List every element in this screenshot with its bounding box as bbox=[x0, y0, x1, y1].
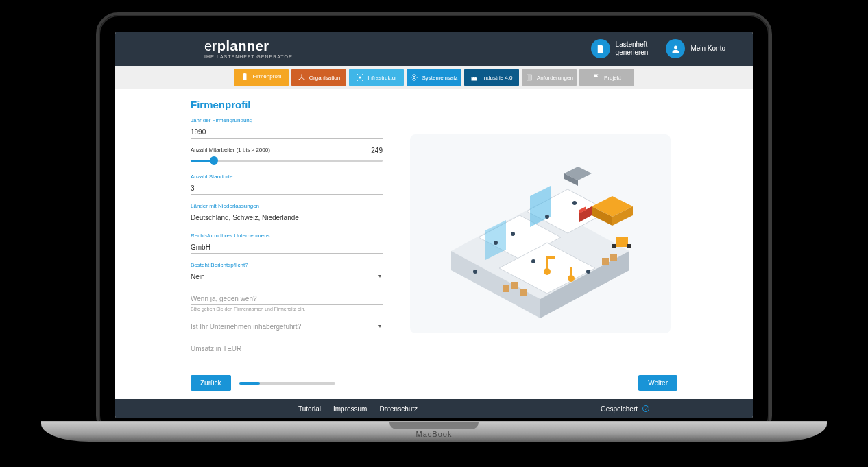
select-berichtspflicht[interactable] bbox=[191, 271, 383, 283]
factory-icon bbox=[470, 73, 479, 82]
mitarbeiter-slider[interactable] bbox=[191, 156, 383, 165]
svg-rect-23 bbox=[616, 237, 628, 247]
firmenprofil-form: Firmenprofil Jahr der Firmengründung Anz… bbox=[191, 99, 383, 368]
tab-systemeinsatz[interactable]: Systemeinsatz bbox=[407, 69, 461, 86]
network-icon bbox=[356, 73, 364, 82]
label-standorte: Anzahl Standorte bbox=[191, 173, 383, 180]
app-footer: Tutorial Impressum Datenschutz Gespeiche… bbox=[115, 399, 753, 418]
svg-rect-33 bbox=[520, 289, 527, 296]
wizard-tabs: Firmenprofil Organisation Infrastruktur … bbox=[115, 66, 753, 89]
svg-point-9 bbox=[413, 77, 415, 79]
svg-rect-24 bbox=[612, 244, 616, 248]
svg-rect-31 bbox=[503, 285, 509, 292]
label-rechtsform: Rechtsform Ihres Unternehmens bbox=[191, 232, 383, 239]
document-icon bbox=[591, 39, 610, 58]
svg-point-44 bbox=[586, 270, 590, 274]
svg-point-5 bbox=[357, 74, 358, 75]
generate-line2: generieren bbox=[616, 49, 649, 56]
org-icon bbox=[298, 73, 306, 82]
label-berichtspflicht: Besteht Berichtspflicht? bbox=[191, 262, 383, 268]
save-status: Gespeichert bbox=[601, 405, 650, 413]
footer-link-impressum[interactable]: Impressum bbox=[333, 405, 367, 413]
back-button[interactable]: Zurück bbox=[191, 375, 231, 391]
footer-link-tutorial[interactable]: Tutorial bbox=[298, 405, 321, 413]
brand-logo: erplanner IHR LASTENHEFT GENERATOR bbox=[204, 39, 293, 59]
account-label: Mein Konto bbox=[690, 45, 725, 53]
input-gruendung[interactable] bbox=[191, 126, 383, 139]
input-umsatz[interactable] bbox=[191, 343, 383, 355]
input-gegenwen[interactable] bbox=[191, 293, 383, 305]
tab-firmenprofil[interactable]: Firmenprofil bbox=[234, 69, 289, 86]
tab-organisation[interactable]: Organisation bbox=[291, 69, 346, 86]
svg-point-1 bbox=[301, 75, 302, 76]
svg-rect-28 bbox=[546, 256, 555, 259]
svg-point-40 bbox=[545, 215, 549, 219]
brand-tagline: IHR LASTENHEFT GENERATOR bbox=[204, 54, 293, 59]
page-title: Firmenprofil bbox=[191, 99, 383, 110]
svg-point-7 bbox=[357, 80, 358, 81]
footer-link-datenschutz[interactable]: Datenschutz bbox=[379, 405, 418, 413]
svg-rect-25 bbox=[627, 244, 631, 248]
select-inhaber[interactable] bbox=[191, 321, 383, 333]
svg-point-6 bbox=[362, 74, 363, 75]
label-laender: Länder mit Niederlassungen bbox=[191, 203, 383, 209]
svg-rect-34 bbox=[602, 258, 609, 265]
svg-rect-30 bbox=[570, 267, 572, 278]
brand-bold: planner bbox=[217, 38, 269, 53]
label-gruendung: Jahr der Firmengründung bbox=[191, 117, 383, 123]
svg-point-42 bbox=[473, 270, 477, 274]
input-laender[interactable] bbox=[191, 212, 383, 224]
svg-point-38 bbox=[494, 241, 498, 245]
brand-prefix: er bbox=[204, 38, 217, 53]
tab-projekt[interactable]: Projekt bbox=[579, 69, 634, 86]
list-icon bbox=[525, 73, 533, 82]
generate-lastenheft-button[interactable]: Lastenheft generieren bbox=[591, 39, 649, 58]
svg-point-41 bbox=[572, 201, 577, 205]
svg-point-39 bbox=[511, 232, 515, 236]
svg-rect-32 bbox=[511, 282, 518, 289]
tab-infrastruktur[interactable]: Infrastruktur bbox=[349, 69, 404, 86]
helper-gegenwen: Bitte geben Sie den Firmennamen und Firm… bbox=[191, 307, 383, 311]
input-standorte[interactable] bbox=[191, 182, 383, 195]
input-rechtsform[interactable] bbox=[191, 241, 383, 254]
next-button[interactable]: Weiter bbox=[638, 375, 677, 391]
svg-point-0 bbox=[674, 45, 677, 49]
flag-icon bbox=[592, 73, 601, 82]
my-account-button[interactable]: Mein Konto bbox=[666, 39, 725, 58]
label-mitarbeiter: Anzahl Mitarbeiter (1 bis > 2000) 249 bbox=[191, 147, 383, 153]
app-header: erplanner IHR LASTENHEFT GENERATOR Laste… bbox=[115, 32, 753, 66]
user-icon bbox=[666, 39, 685, 58]
svg-point-43 bbox=[531, 259, 535, 263]
svg-point-4 bbox=[359, 77, 361, 79]
isometric-illustration bbox=[410, 134, 671, 333]
tab-anforderungen[interactable]: Anforderungen bbox=[522, 69, 577, 86]
tab-industrie40[interactable]: Industrie 4.0 bbox=[464, 69, 519, 86]
check-circle-icon bbox=[642, 405, 650, 413]
svg-point-8 bbox=[362, 80, 363, 81]
generate-line1: Lastenheft bbox=[616, 40, 648, 48]
svg-point-45 bbox=[643, 406, 649, 412]
wizard-controls: Zurück Weiter bbox=[115, 375, 753, 399]
wizard-progress bbox=[239, 382, 335, 385]
mitarbeiter-value: 249 bbox=[371, 147, 383, 154]
svg-rect-27 bbox=[546, 259, 548, 272]
clipboard-icon bbox=[241, 73, 249, 81]
device-label: MacBook bbox=[416, 430, 453, 438]
gear-icon bbox=[410, 73, 418, 82]
svg-rect-35 bbox=[610, 254, 617, 261]
